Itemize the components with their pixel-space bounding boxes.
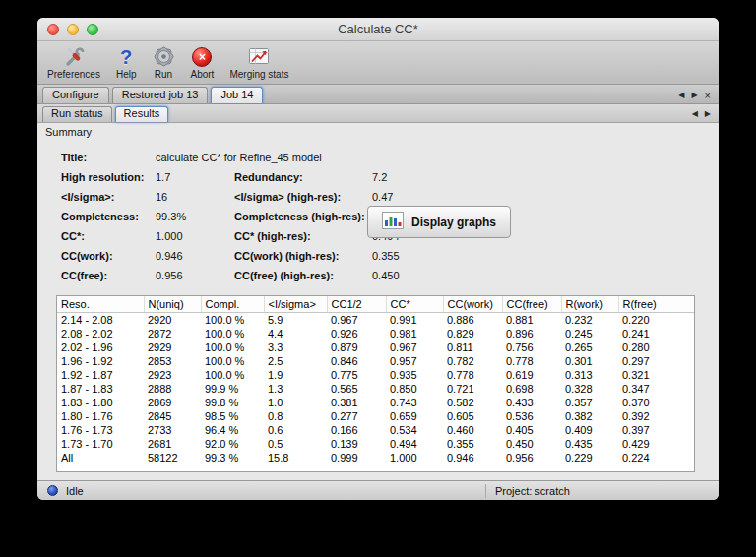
result-tab-nav: ◀ ▶: [689, 109, 714, 122]
subtab-scroll-left-icon[interactable]: ◀: [692, 109, 698, 119]
table-cell: 99.9 %: [201, 382, 264, 396]
column-header-compl-[interactable]: Compl.: [201, 296, 264, 312]
table-cell: 0.321: [618, 368, 694, 382]
preferences-button[interactable]: Preferences: [43, 43, 104, 81]
table-row[interactable]: 2.08 - 2.022872100.0 %4.40.9260.9810.829…: [57, 327, 694, 340]
table-row[interactable]: All5812299.3 %15.80.9991.0000.9460.9560.…: [57, 451, 694, 464]
table-row[interactable]: 1.80 - 1.76284598.5 %0.80.2770.6590.6050…: [57, 409, 694, 423]
table-cell: All: [57, 451, 144, 464]
display-graphs-button[interactable]: Display graphs: [367, 206, 511, 238]
table-cell: 0.5: [264, 437, 327, 451]
column-header-reso-[interactable]: Reso.: [57, 296, 144, 312]
zoom-window-button[interactable]: [87, 24, 98, 35]
tool-label: Merging stats: [229, 69, 288, 80]
table-cell: 0.981: [386, 327, 443, 340]
merging-stats-button[interactable]: Merging stats: [225, 43, 292, 81]
subtab-scroll-right-icon[interactable]: ▶: [705, 109, 711, 119]
table-cell: 0.967: [327, 312, 386, 327]
tab-configure[interactable]: Configure: [42, 87, 109, 103]
table-cell: 0.879: [327, 340, 386, 354]
app-window: Calculate CC* Preferences ? Help: [37, 18, 719, 500]
help-button[interactable]: ? Help: [112, 43, 141, 81]
table-cell: 0.301: [561, 354, 618, 368]
help-icon: ?: [120, 44, 132, 69]
column-header-n-uniq-[interactable]: N(uniq): [144, 296, 201, 312]
table-cell: 0.886: [443, 312, 502, 327]
table-cell: 0.8: [264, 409, 327, 423]
table-row[interactable]: 1.92 - 1.872923100.0 %1.90.7750.9350.778…: [57, 368, 694, 382]
table-cell: 0.220: [618, 312, 694, 327]
table-cell: 0.265: [561, 340, 618, 354]
table-cell: 99.8 %: [201, 396, 264, 409]
tab-restored-job-13[interactable]: Restored job 13: [112, 87, 209, 103]
table-row[interactable]: 1.73 - 1.70268192.0 %0.50.1390.4940.3550…: [57, 437, 694, 451]
summary-stat-value: 1.7: [156, 171, 234, 183]
tab-scroll-right-icon[interactable]: ▶: [691, 91, 697, 100]
summary-stat-value: 1.000: [156, 230, 234, 242]
summary-stat-label: High resolution:: [61, 171, 156, 183]
table-cell: 2929: [144, 340, 201, 354]
column-header-r-work-[interactable]: R(work): [561, 296, 618, 312]
table-cell: 0.850: [386, 382, 443, 396]
table-cell: 0.6: [264, 423, 327, 437]
table-cell: 0.778: [502, 354, 561, 368]
table-cell: 1.0: [264, 396, 327, 409]
column-header-cc-free-[interactable]: CC(free): [502, 296, 561, 312]
results-table-container[interactable]: Reso.N(uniq)Compl.<I/sigma>CC1/2CC*CC(wo…: [56, 295, 695, 472]
table-cell: 0.392: [618, 409, 694, 423]
column-header-cc-[interactable]: CC*: [386, 296, 443, 312]
table-row[interactable]: 1.76 - 1.73273396.4 %0.60.1660.5340.4600…: [57, 423, 694, 437]
tool-label: Run: [155, 69, 172, 80]
tab-results[interactable]: Results: [115, 106, 169, 122]
table-row[interactable]: 1.87 - 1.83288899.9 %1.30.5650.8500.7210…: [57, 382, 694, 396]
summary-stat-value: 99.3%: [156, 211, 234, 222]
table-cell: 0.328: [561, 382, 618, 396]
titlebar[interactable]: Calculate CC*: [37, 18, 719, 41]
table-row[interactable]: 1.96 - 1.922853100.0 %2.50.8460.9570.782…: [57, 354, 694, 368]
summary-stat-label: Completeness (high-res):: [234, 211, 372, 222]
table-cell: 0.139: [327, 437, 386, 451]
table-cell: 2681: [144, 437, 201, 451]
job-tab-bar: Configure Restored job 13 Job 14 ◀ ▶ ×: [37, 85, 719, 104]
summary-stat-label: <I/sigma> (high-res):: [234, 191, 372, 203]
table-cell: 0.956: [502, 451, 561, 464]
table-cell: 0.967: [386, 340, 443, 354]
summary-stat-value: 0.450: [372, 270, 719, 281]
minimize-window-button[interactable]: [67, 24, 79, 35]
table-row[interactable]: 2.14 - 2.082920100.0 %5.90.9670.9910.886…: [57, 312, 694, 327]
table-cell: 0.277: [327, 409, 386, 423]
column-header-cc-work-[interactable]: CC(work): [443, 296, 502, 312]
tab-job-14[interactable]: Job 14: [211, 87, 263, 103]
table-cell: 0.565: [327, 382, 386, 396]
table-cell: 0.280: [618, 340, 694, 354]
table-cell: 0.433: [502, 396, 561, 409]
table-header-row: Reso.N(uniq)Compl.<I/sigma>CC1/2CC*CC(wo…: [57, 296, 694, 312]
summary-stat-value: 0.355: [372, 250, 719, 262]
table-cell: 0.659: [386, 409, 443, 423]
table-cell: 0.313: [561, 368, 618, 382]
window-title: Calculate CC*: [37, 22, 719, 36]
tab-close-icon[interactable]: ×: [705, 91, 711, 100]
abort-button[interactable]: × Abort: [187, 43, 219, 81]
column-header-r-free-[interactable]: R(free): [618, 296, 694, 312]
table-cell: 15.8: [264, 451, 327, 464]
table-cell: 0.241: [618, 327, 694, 340]
table-cell: 0.946: [443, 451, 502, 464]
column-header-cc1-2[interactable]: CC1/2: [327, 296, 386, 312]
tab-run-status[interactable]: Run status: [42, 106, 112, 122]
table-row[interactable]: 2.02 - 1.962929100.0 %3.30.8790.9670.811…: [57, 340, 694, 354]
run-button[interactable]: Run: [149, 43, 179, 81]
column-header--i-sigma-[interactable]: <I/sigma>: [264, 296, 327, 312]
table-cell: 96.4 %: [201, 423, 264, 437]
table-cell: 1.83 - 1.80: [57, 396, 144, 409]
close-window-button[interactable]: [47, 24, 59, 35]
tab-scroll-left-icon[interactable]: ◀: [678, 91, 684, 100]
tool-label: Help: [116, 69, 137, 80]
table-cell: 2869: [144, 396, 201, 409]
summary-title-label: Title:: [61, 152, 156, 163]
table-cell: 58122: [144, 451, 201, 464]
table-cell: 0.756: [502, 340, 561, 354]
table-row[interactable]: 1.83 - 1.80286999.8 %1.00.3810.7430.5820…: [57, 396, 694, 409]
summary-stat-value: 0.946: [156, 250, 234, 262]
tool-label: Preferences: [47, 69, 100, 80]
